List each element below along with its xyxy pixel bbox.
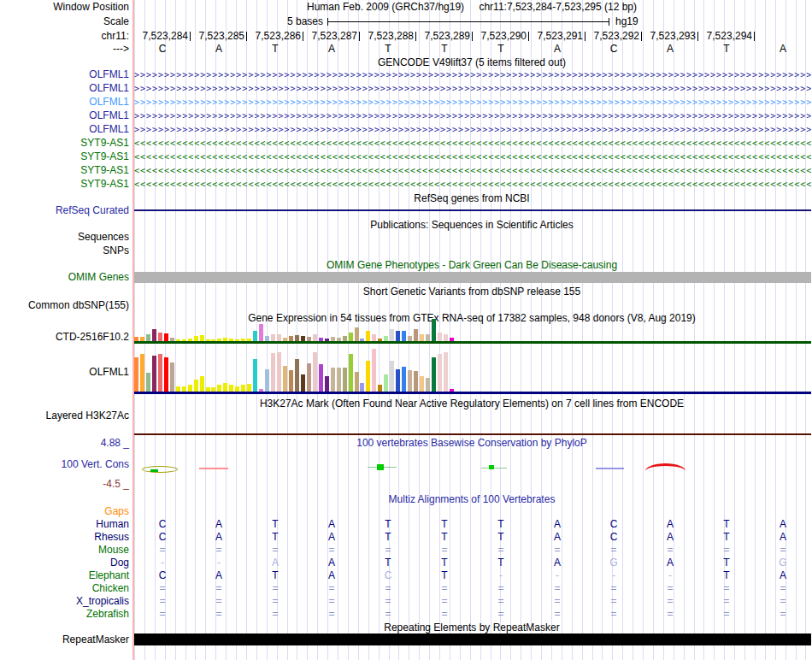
- h3k27ac-track-title[interactable]: H3K27Ac Mark (Often Found Near Active Re…: [134, 398, 809, 410]
- base-letter: T: [416, 44, 473, 55]
- ruler-position-label[interactable]: 7,523,290: [473, 31, 529, 42]
- ruler-position-label[interactable]: 7,523,286: [247, 31, 303, 42]
- gtex-tissue-bar: [206, 387, 210, 392]
- alignment-cell: A: [303, 557, 360, 569]
- species-label-rhesus[interactable]: Rhesus: [0, 532, 129, 543]
- gene-label-syt9-as1[interactable]: SYT9-AS1: [0, 165, 129, 176]
- h3k27ac-label[interactable]: Layered H3K27Ac: [0, 410, 129, 421]
- ruler-position-label[interactable]: 7,523,293: [642, 31, 698, 42]
- alignment-cell: T: [247, 532, 303, 543]
- alignment-cell: A: [755, 532, 811, 543]
- gene-label-olfml1[interactable]: OLFML1: [0, 69, 129, 80]
- species-label-chicken[interactable]: Chicken: [0, 583, 129, 594]
- gene-label-syt9-as1[interactable]: SYT9-AS1: [0, 138, 129, 149]
- phylop-mark-line: [199, 468, 228, 469]
- gene-strand-row[interactable]: <<<<<<<<<<<<<<<<<<<<<<<<<<<<<<<<<<<<<<<<…: [134, 165, 811, 176]
- repeatmasker-bar[interactable]: [134, 633, 811, 645]
- dbsnp-track-title[interactable]: Short Genetic Variants from dbSNP releas…: [134, 286, 809, 298]
- refseq-gene-bar[interactable]: [134, 209, 811, 211]
- gtex-tissue-bar: [355, 327, 359, 341]
- ruler-position-label[interactable]: 7,523,294: [698, 31, 755, 42]
- species-label-mouse[interactable]: Mouse: [0, 545, 129, 556]
- alignment-cell: T: [416, 570, 473, 581]
- base-letter: A: [191, 44, 247, 55]
- gene-strand-row[interactable]: >>>>>>>>>>>>>>>>>>>>>>>>>>>>>>>>>>>>>>>>…: [134, 110, 811, 121]
- repeatmasker-track-title[interactable]: Repeating Elements by RepeatMasker: [134, 622, 809, 633]
- species-label-dog[interactable]: Dog: [0, 557, 129, 569]
- gtex-tissue-bar: [188, 339, 192, 341]
- alignment-cell: A: [529, 557, 585, 569]
- gencode-track-title[interactable]: GENCODE V49lift37 (5 items filtered out): [134, 57, 809, 68]
- alignment-cell: A: [303, 570, 360, 581]
- gtex-tissue-bar: [432, 357, 436, 392]
- alignment-cell: =: [360, 609, 416, 620]
- phylop-track-title[interactable]: 100 vertebrates Basewise Conservation by…: [134, 438, 809, 449]
- alignment-cell: =: [360, 545, 416, 556]
- publications-track-title[interactable]: Publications: Sequences in Scientific Ar…: [134, 220, 809, 231]
- ruler-position-label[interactable]: 7,523,287: [303, 31, 360, 42]
- gtex-tissue-bar: [188, 385, 192, 392]
- alignment-cell: =: [416, 596, 473, 607]
- species-label-human[interactable]: Human: [0, 519, 129, 530]
- ruler-position-label[interactable]: 7,523,284: [134, 31, 191, 42]
- gtex-tissue-bar: [438, 333, 442, 341]
- gtex-tissue-bar: [265, 336, 269, 341]
- gtex-tissue-bar: [164, 333, 168, 341]
- alignment-cell: A: [303, 532, 360, 543]
- gene-label-olfml1[interactable]: OLFML1: [0, 124, 129, 135]
- snps-label[interactable]: SNPs: [0, 245, 129, 256]
- phylop-mark-line: [596, 468, 624, 469]
- ruler-position-label[interactable]: 7,523,292: [585, 31, 642, 42]
- gene-label-olfml1[interactable]: OLFML1: [0, 83, 129, 94]
- gtex-tissue-bar: [259, 324, 263, 341]
- gtex-tissue-bar: [307, 337, 311, 341]
- gene-strand-row[interactable]: <<<<<<<<<<<<<<<<<<<<<<<<<<<<<<<<<<<<<<<<…: [134, 179, 811, 190]
- omim-genes-label[interactable]: OMIM Genes: [0, 272, 129, 283]
- gene-label-olfml1[interactable]: OLFML1: [0, 97, 129, 108]
- gtex-tissue-bar: [158, 333, 162, 341]
- gene-label-olfml1[interactable]: OLFML1: [0, 110, 129, 121]
- gene-strand-row[interactable]: >>>>>>>>>>>>>>>>>>>>>>>>>>>>>>>>>>>>>>>>…: [134, 69, 811, 80]
- gene-strand-row[interactable]: <<<<<<<<<<<<<<<<<<<<<<<<<<<<<<<<<<<<<<<<…: [134, 151, 811, 162]
- alignment-cell: G: [585, 557, 642, 569]
- omim-gene-bar[interactable]: [134, 272, 811, 283]
- multiz-track-title[interactable]: Multiz Alignments of 100 Vertebrates: [134, 494, 809, 505]
- multiz-gaps-label[interactable]: Gaps: [0, 506, 129, 517]
- ruler-position-label[interactable]: 7,523,288: [360, 31, 416, 42]
- species-label-elephant[interactable]: Elephant: [0, 570, 129, 581]
- refseq-track-title[interactable]: RefSeq genes from NCBI: [134, 193, 809, 204]
- gene-label-syt9-as1[interactable]: SYT9-AS1: [0, 179, 129, 190]
- dbsnp-label[interactable]: Common dbSNP(155): [0, 300, 129, 311]
- gene-strand-row[interactable]: >>>>>>>>>>>>>>>>>>>>>>>>>>>>>>>>>>>>>>>>…: [134, 97, 811, 108]
- gtex-tissue-bar: [337, 338, 341, 341]
- gtex-track-title[interactable]: Gene Expression in 54 tissues from GTEx …: [134, 313, 809, 324]
- species-label-x_tropicalis[interactable]: X_tropicalis: [0, 596, 129, 607]
- alignment-cell: =: [191, 583, 247, 594]
- gtex-tissue-bar: [277, 352, 281, 392]
- alignment-cell: A: [191, 570, 247, 581]
- gene-label-syt9-as1[interactable]: SYT9-AS1: [0, 151, 129, 162]
- omim-track-title[interactable]: OMIM Gene Phenotypes - Dark Green Can Be…: [134, 260, 809, 271]
- gene-strand-row[interactable]: >>>>>>>>>>>>>>>>>>>>>>>>>>>>>>>>>>>>>>>>…: [134, 124, 811, 135]
- ruler-position-label[interactable]: 7,523,285: [191, 31, 247, 42]
- gtex-tissue-bar: [366, 361, 370, 392]
- gtex-tissue-bar: [331, 337, 335, 341]
- ruler-tick: [754, 32, 755, 41]
- gene-strand-row[interactable]: >>>>>>>>>>>>>>>>>>>>>>>>>>>>>>>>>>>>>>>>…: [134, 83, 811, 94]
- gene-strand-row[interactable]: <<<<<<<<<<<<<<<<<<<<<<<<<<<<<<<<<<<<<<<<…: [134, 138, 811, 149]
- alignment-cell: C: [585, 532, 642, 543]
- gtex-gene-label-olfml1[interactable]: OLFML1: [0, 367, 129, 378]
- ruler-position-label[interactable]: 7,523,291: [529, 31, 585, 42]
- gtex-tissue-bar: [366, 331, 370, 341]
- repeatmasker-label[interactable]: RepeatMasker: [0, 634, 129, 645]
- sequences-label[interactable]: Sequences: [0, 232, 129, 243]
- species-label-zebrafish[interactable]: Zebrafish: [0, 609, 129, 620]
- gtex-tissue-bar: [325, 376, 329, 392]
- alignment-cell: =: [303, 609, 360, 620]
- gtex-gene-label-ctd[interactable]: CTD-2516F10.2: [0, 332, 129, 343]
- refseq-curated-label[interactable]: RefSeq Curated: [0, 205, 129, 216]
- gtex-tissue-bar: [420, 376, 424, 392]
- gtex-tissue-bar: [271, 353, 275, 392]
- ruler-position-label[interactable]: 7,523,289: [416, 31, 473, 42]
- phylop-label[interactable]: 100 Vert. Cons: [0, 459, 129, 470]
